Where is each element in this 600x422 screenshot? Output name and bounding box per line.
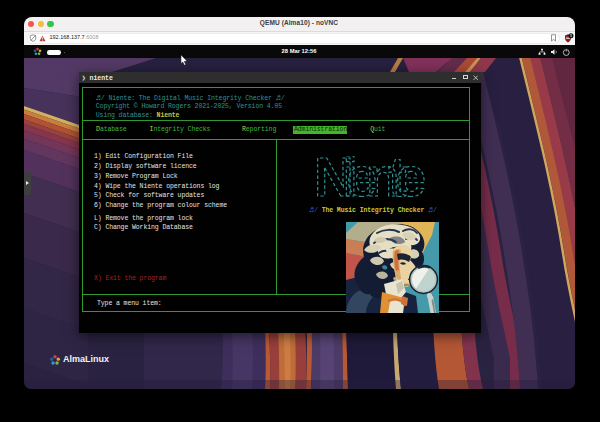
- svg-text:Niente: Niente: [314, 156, 426, 197]
- svg-text:1: 1: [570, 34, 572, 38]
